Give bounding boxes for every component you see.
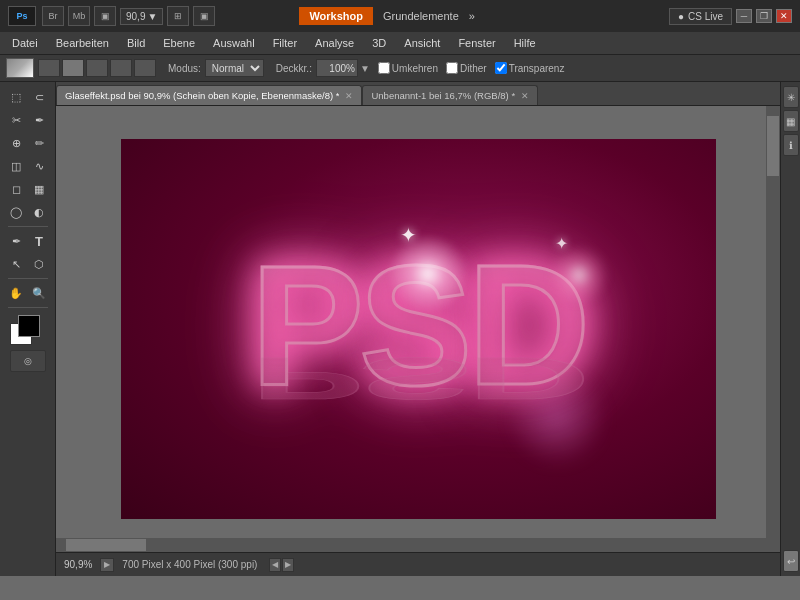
dither-checkbox[interactable] (446, 62, 458, 74)
menu-bar: Datei Bearbeiten Bild Ebene Auswahl Filt… (0, 32, 800, 54)
cs-live-button[interactable]: ● CS Live (669, 8, 732, 25)
umkehren-label: Umkehren (392, 63, 438, 74)
brush-tool[interactable]: ✏ (28, 132, 50, 154)
canvas-nav: ◀ ▶ (269, 558, 294, 572)
document-tab-1[interactable]: Glaseffekt.psd bei 90,9% (Schein oben Ko… (56, 85, 362, 105)
nav-next-button[interactable]: ▶ (282, 558, 294, 572)
menu-datei[interactable]: Datei (4, 35, 46, 51)
options-bar: Modus: Normal Deckkr.: ▼ Umkehren Dither… (0, 54, 800, 82)
gradient-tool[interactable]: ▦ (28, 178, 50, 200)
main-layout: ⬚ ⊂ ✂ ✒ ⊕ ✏ ◫ ∿ ◻ ▦ ◯ ◐ ✒ T ↖ ⬡ (0, 82, 800, 576)
tool-row-6: ◯ ◐ (5, 201, 50, 223)
psd-lens-flare-2 (549, 245, 609, 305)
dodge-tool[interactable]: ◐ (28, 201, 50, 223)
status-zoom: 90,9% (64, 559, 92, 570)
horizontal-scrollbar[interactable] (56, 538, 766, 552)
tab2-close-button[interactable]: ✕ (521, 91, 529, 101)
view-icon[interactable]: ⊞ (167, 6, 189, 26)
menu-3d[interactable]: 3D (364, 35, 394, 51)
zoom-tool[interactable]: 🔍 (28, 282, 50, 304)
menu-bild[interactable]: Bild (119, 35, 153, 51)
canvas-area: Glaseffekt.psd bei 90,9% (Schein oben Ko… (56, 82, 780, 576)
document-viewport: PSD PSD ✦ ✦ (56, 106, 780, 552)
menu-hilfe[interactable]: Hilfe (506, 35, 544, 51)
color-swatches (10, 315, 46, 345)
opacity-label: Deckkr.: (276, 63, 312, 74)
vertical-scrollbar[interactable] (766, 106, 780, 552)
opacity-input[interactable] (316, 59, 358, 77)
dither-group: Dither (446, 62, 487, 74)
type-tool[interactable]: T (28, 230, 50, 252)
psd-sparkle-1: ✦ (400, 223, 417, 247)
crop-tool[interactable]: ✂ (5, 109, 27, 131)
brush-mode-4[interactable] (110, 59, 132, 77)
tool-divider-2 (8, 278, 48, 279)
menu-auswahl[interactable]: Auswahl (205, 35, 263, 51)
tool-row-3: ⊕ ✏ (5, 132, 50, 154)
eraser-tool[interactable]: ◻ (5, 178, 27, 200)
tab1-label: Glaseffekt.psd bei 90,9% (Schein oben Ko… (65, 90, 339, 101)
tool-divider-1 (8, 226, 48, 227)
menu-bearbeiten[interactable]: Bearbeiten (48, 35, 117, 51)
app-mode-icon[interactable]: ▣ (94, 6, 116, 26)
menu-ebene[interactable]: Ebene (155, 35, 203, 51)
eyedropper-tool[interactable]: ✒ (28, 109, 50, 131)
marquee-rect-tool[interactable]: ⬚ (5, 86, 27, 108)
panel-btn-3[interactable]: ℹ (783, 134, 799, 156)
nav-prev-button[interactable]: ◀ (269, 558, 281, 572)
stamp-tool[interactable]: ◫ (5, 155, 27, 177)
transparenz-checkbox[interactable] (495, 62, 507, 74)
menu-filter[interactable]: Filter (265, 35, 305, 51)
panel-btn-4[interactable]: ↩ (783, 550, 799, 572)
ps-logo: Ps (8, 6, 36, 26)
bridge-icon[interactable]: Br (42, 6, 64, 26)
path-select-tool[interactable]: ↖ (5, 253, 27, 275)
zoom-display[interactable]: 90,9 ▼ (120, 8, 163, 25)
psd-reflection-text: PSD (251, 344, 586, 413)
umkehren-checkbox[interactable] (378, 62, 390, 74)
window-close-button[interactable]: ✕ (776, 9, 792, 23)
blur-tool[interactable]: ◯ (5, 201, 27, 223)
psd-canvas: PSD PSD ✦ ✦ (121, 139, 716, 519)
window-restore-button[interactable]: ❐ (756, 9, 772, 23)
pen-tool[interactable]: ✒ (5, 230, 27, 252)
quick-mask-button[interactable]: ◎ (10, 350, 46, 372)
status-icon[interactable]: ▶ (100, 558, 114, 572)
document-tab-2[interactable]: Unbenannt-1 bei 16,7% (RGB/8) * ✕ (362, 85, 538, 105)
more-workspaces-button[interactable]: » (469, 10, 475, 22)
healing-tool[interactable]: ⊕ (5, 132, 27, 154)
window-minimize-button[interactable]: ─ (736, 9, 752, 23)
title-bar-right: ● CS Live ─ ❐ ✕ (669, 8, 792, 25)
horizontal-scroll-thumb[interactable] (66, 539, 146, 551)
color-swatch[interactable] (6, 58, 34, 78)
screen-icon[interactable]: ▣ (193, 6, 215, 26)
lasso-tool[interactable]: ⊂ (28, 86, 50, 108)
history-brush-tool[interactable]: ∿ (28, 155, 50, 177)
foreground-color-swatch[interactable] (18, 315, 40, 337)
tool-row-7: ✒ T (5, 230, 50, 252)
menu-ansicht[interactable]: Ansicht (396, 35, 448, 51)
tool-row-2: ✂ ✒ (5, 109, 50, 131)
opacity-arrow[interactable]: ▼ (360, 63, 370, 74)
tool-row-4: ◫ ∿ (5, 155, 50, 177)
menu-analyse[interactable]: Analyse (307, 35, 362, 51)
title-bar: Ps Br Mb ▣ 90,9 ▼ ⊞ ▣ Workshop Grundelem… (0, 0, 800, 32)
mode-label: Modus: (168, 63, 201, 74)
minibr-icon[interactable]: Mb (68, 6, 90, 26)
panel-btn-2[interactable]: ▦ (783, 110, 799, 132)
brush-mode-5[interactable] (134, 59, 156, 77)
brush-mode-3[interactable] (86, 59, 108, 77)
tab1-close-button[interactable]: ✕ (345, 91, 353, 101)
workspace-button[interactable]: Workshop (299, 7, 373, 25)
hand-tool[interactable]: ✋ (5, 282, 27, 304)
brush-mode-1[interactable] (38, 59, 60, 77)
toolbox: ⬚ ⊂ ✂ ✒ ⊕ ✏ ◫ ∿ ◻ ▦ ◯ ◐ ✒ T ↖ ⬡ (0, 82, 56, 576)
mode-select[interactable]: Normal (205, 59, 264, 77)
tool-row-1: ⬚ ⊂ (5, 86, 50, 108)
vertical-scroll-thumb[interactable] (767, 116, 779, 176)
panel-btn-1[interactable]: ✳ (783, 86, 799, 108)
right-panel: ✳ ▦ ℹ ↩ (780, 82, 800, 576)
menu-fenster[interactable]: Fenster (450, 35, 503, 51)
brush-mode-2[interactable] (62, 59, 84, 77)
shape-tool[interactable]: ⬡ (28, 253, 50, 275)
